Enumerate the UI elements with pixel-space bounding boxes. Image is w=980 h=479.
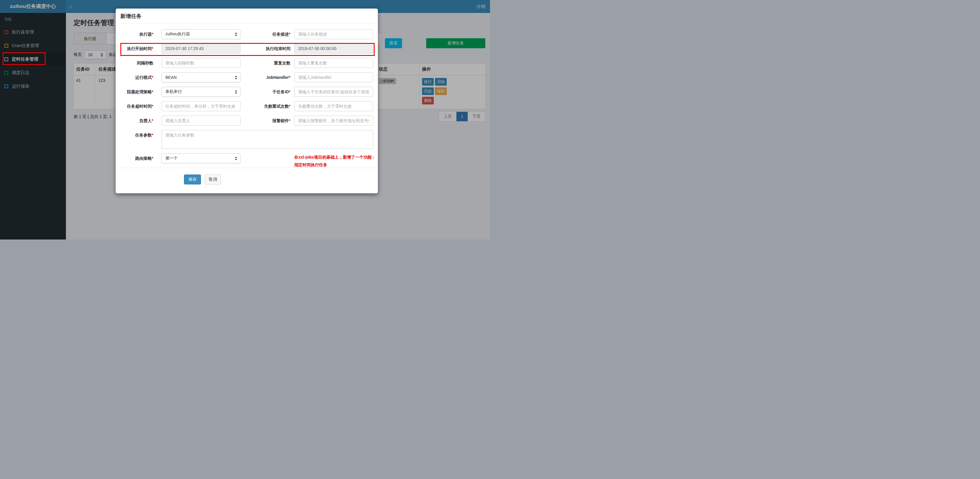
route-strategy-select-value: 第一个 <box>165 156 178 161</box>
route-strategy-label: 路由策略* <box>116 153 162 163</box>
retry-label: 失败重试次数* <box>240 101 294 111</box>
executor-label: 执行器* <box>116 29 162 39</box>
modal-header: 新增任务 <box>116 8 378 24</box>
modal-footer: 保存 取消 <box>116 168 378 185</box>
add-task-modal: 新增任务 执行器* zuihou执行器 任务描述* 执行开始时间* 执行结束时间… <box>116 8 378 193</box>
child-job-label: 子任务ID* <box>240 87 294 97</box>
red-annotation-note: 在xxl-jobs项目的基础上，新增了一个功能： 指定时间执行任务 <box>294 153 378 169</box>
select-arrows-icon <box>235 32 237 36</box>
job-handler-input[interactable] <box>294 72 373 83</box>
run-mode-select-value: BEAN <box>165 75 177 80</box>
route-strategy-select[interactable]: 第一个 <box>162 153 240 163</box>
task-desc-label: 任务描述* <box>240 29 294 39</box>
select-arrows-icon <box>235 156 237 160</box>
block-strategy-select[interactable]: 单机串行 <box>162 87 240 97</box>
modal-title: 新增任务 <box>120 13 142 19</box>
child-job-input[interactable] <box>294 87 373 97</box>
timeout-label: 任务超时时间* <box>116 101 162 111</box>
select-arrows-icon <box>235 90 237 94</box>
executor-select-value: zuihou执行器 <box>165 32 190 37</box>
timeout-input[interactable] <box>162 101 240 111</box>
task-params-label: 任务参数* <box>116 130 162 149</box>
interval-input[interactable] <box>162 58 240 68</box>
interval-label: 间隔秒数 <box>116 58 162 68</box>
alarm-email-label: 报警邮件* <box>240 116 294 126</box>
repeat-label: 重复次数 <box>240 58 294 68</box>
retry-input[interactable] <box>294 101 373 111</box>
select-arrows-icon <box>235 76 237 80</box>
end-time-input[interactable] <box>294 43 373 54</box>
end-time-label: 执行结束时间 <box>240 43 294 54</box>
run-mode-select[interactable]: BEAN <box>162 72 240 83</box>
start-time-label: 执行开始时间* <box>116 43 162 54</box>
task-desc-input[interactable] <box>294 29 373 39</box>
modal-body: 执行器* zuihou执行器 任务描述* 执行开始时间* 执行结束时间 间隔秒数… <box>116 24 378 163</box>
task-params-textarea[interactable] <box>162 130 373 149</box>
block-strategy-select-value: 单机串行 <box>165 89 182 94</box>
block-strategy-label: 阻塞处理策略* <box>116 87 162 97</box>
executor-select[interactable]: zuihou执行器 <box>162 29 240 39</box>
repeat-input[interactable] <box>294 58 373 68</box>
cancel-button[interactable]: 取消 <box>205 175 221 185</box>
run-mode-label: 运行模式* <box>116 72 162 83</box>
app-root: zuihou任务调度中心 □ 注销 导航 执行器管理 Cron任务管理 定时任务… <box>0 0 490 240</box>
owner-label: 负责人* <box>116 116 162 126</box>
job-handler-label: JobHandler* <box>240 72 294 83</box>
owner-input[interactable] <box>162 116 240 126</box>
alarm-email-input[interactable] <box>294 116 373 126</box>
save-button[interactable]: 保存 <box>184 175 201 185</box>
start-time-input[interactable] <box>162 43 240 54</box>
